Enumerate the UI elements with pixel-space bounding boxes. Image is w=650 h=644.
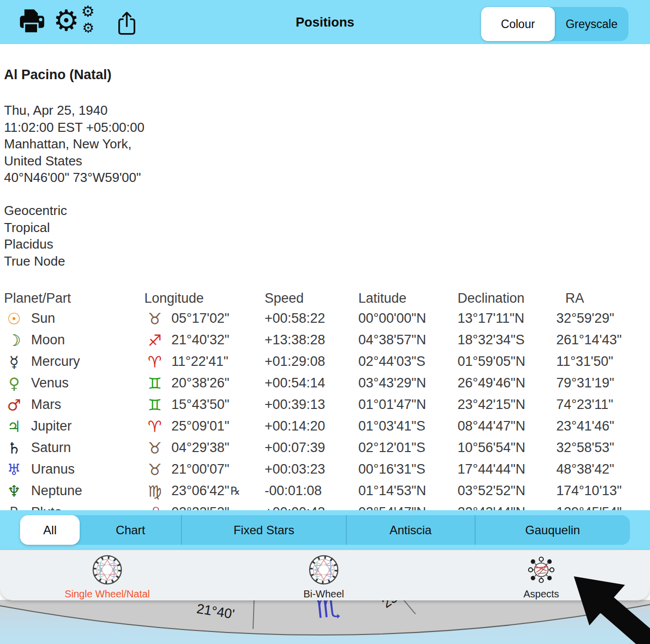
declination-value: 03°52'52"N bbox=[458, 483, 556, 499]
nav-single-wheel-natal[interactable]: Single Wheel/Natal bbox=[42, 554, 172, 600]
speed-value: -00:01:08 bbox=[265, 483, 358, 499]
setting-centricity: Geocentric bbox=[4, 202, 67, 220]
ra-value: 11°31'50" bbox=[556, 354, 650, 369]
colour-option[interactable]: Colour bbox=[481, 7, 555, 41]
planet-glyph-icon: ☽ bbox=[4, 331, 24, 349]
calculation-settings: Geocentric Tropical Placidus True Node bbox=[4, 202, 67, 270]
chart-title: Al Pacino (Natal) bbox=[4, 67, 112, 83]
table-header-row: Planet/Part Longitude Speed Latitude Dec… bbox=[0, 289, 650, 308]
planet-glyph-icon: ♂ bbox=[4, 396, 24, 414]
latitude-value: 00°16'31"S bbox=[358, 462, 458, 477]
speed-value: +00:54:14 bbox=[265, 375, 358, 391]
scorpio-sign-icon: ♏ bbox=[314, 600, 341, 624]
speed-value: +00:58:22 bbox=[265, 311, 358, 326]
planet-name: Moon bbox=[31, 332, 65, 348]
greyscale-option[interactable]: Greyscale bbox=[555, 7, 628, 41]
birth-city: Manhattan, New York, bbox=[4, 136, 144, 153]
planet-glyph-icon: ♄ bbox=[4, 439, 24, 457]
ra-value: 48°38'42" bbox=[556, 462, 650, 477]
col-header-latitude: Latitude bbox=[358, 291, 458, 306]
retrograde-icon: ℞ bbox=[231, 485, 241, 497]
table-row: ♆ Neptune ♍ 23°06'42" ℞ -00:01:08 01°14'… bbox=[0, 480, 650, 502]
latitude-value: 04°38'57"N bbox=[358, 332, 458, 348]
ra-value: 32°59'29" bbox=[556, 311, 650, 326]
col-header-longitude: Longitude bbox=[144, 291, 265, 306]
zodiac-sign-icon: ♉ bbox=[144, 310, 165, 328]
positions-table: Planet/Part Longitude Speed Latitude Dec… bbox=[0, 289, 650, 523]
planet-name: Venus bbox=[31, 375, 69, 391]
planet-name: Sun bbox=[31, 311, 55, 326]
longitude-value: 04°29'38" bbox=[171, 440, 230, 456]
zodiac-sign-icon: ♊ bbox=[144, 396, 165, 414]
declination-value: 10°56'54"N bbox=[458, 440, 556, 456]
table-row: ☉ Sun ♉ 05°17'02" +00:58:22 00°00'00"N 1… bbox=[0, 308, 650, 329]
aspects-web-icon bbox=[526, 554, 557, 585]
birth-data-block: Thu, Apr 25, 1940 11:02:00 EST +05:00:00… bbox=[4, 102, 144, 186]
planet-glyph-icon: ♆ bbox=[4, 482, 24, 500]
tab-fixed-stars[interactable]: Fixed Stars bbox=[181, 515, 345, 545]
planet-glyph-icon: ♅ bbox=[4, 461, 24, 479]
speed-value: +00:39:13 bbox=[265, 397, 358, 412]
speed-value: +13:38:28 bbox=[265, 332, 358, 348]
declination-value: 18°32'34"S bbox=[458, 332, 556, 348]
zodiac-sign-icon: ♈ bbox=[144, 353, 165, 371]
planet-glyph-icon: ♀ bbox=[4, 374, 24, 392]
table-row: ♂ Mars ♊ 15°43'50" +00:39:13 01°01'47"N … bbox=[0, 394, 650, 415]
longitude-value: 15°43'50" bbox=[171, 397, 230, 412]
speed-value: +00:14:20 bbox=[265, 418, 358, 434]
longitude-value: 20°38'26" bbox=[171, 375, 230, 391]
latitude-value: 02°12'01"S bbox=[358, 440, 458, 456]
planet-name: Neptune bbox=[31, 483, 82, 499]
tab-all[interactable]: All bbox=[20, 515, 80, 545]
zodiac-sign-icon: ♐ bbox=[144, 331, 165, 349]
zodiac-sign-icon: ♈ bbox=[144, 417, 165, 436]
ra-value: 261°14'43" bbox=[556, 332, 650, 348]
declination-value: 23°42'15"N bbox=[458, 397, 556, 412]
zodiac-sign-icon: ♉ bbox=[144, 461, 165, 479]
nav-aspects[interactable]: Aspects bbox=[476, 554, 606, 600]
table-row: ☿ Mercury ♈ 11°22'41" +01:29:08 02°44'03… bbox=[0, 351, 650, 372]
table-row: ♅ Uranus ♉ 21°00'07" +00:03:23 00°16'31"… bbox=[0, 459, 650, 480]
longitude-value: 11°22'41" bbox=[171, 354, 229, 369]
planet-name: Saturn bbox=[31, 440, 71, 456]
speed-value: +00:03:23 bbox=[265, 462, 358, 477]
declination-value: 13°17'11"N bbox=[458, 311, 556, 326]
planet-glyph-icon: ☿ bbox=[4, 353, 24, 371]
ra-value: 174°10'13" bbox=[556, 483, 650, 499]
birth-time: 11:02:00 EST +05:00:00 bbox=[4, 119, 144, 136]
tab-gauquelin[interactable]: Gauquelin bbox=[475, 515, 630, 545]
latitude-value: 01°01'47"N bbox=[358, 397, 458, 412]
nav-label: Single Wheel/Natal bbox=[42, 588, 172, 600]
zodiac-sign-icon: ♍ bbox=[144, 482, 165, 500]
table-row: ♄ Saturn ♉ 04°29'38" +00:07:39 02°12'01"… bbox=[0, 437, 650, 459]
wheel-chart-icon bbox=[92, 554, 123, 585]
latitude-value: 00°00'00"N bbox=[358, 311, 458, 326]
bottom-toolbar: Single Wheel/Natal Bi-Wheel bbox=[0, 550, 650, 600]
positions-table-body: ☉ Sun ♉ 05°17'02" +00:58:22 00°00'00"N 1… bbox=[0, 308, 650, 523]
tab-antiscia[interactable]: Antiscia bbox=[346, 515, 475, 545]
declination-value: 26°49'46"N bbox=[458, 375, 556, 391]
zodiac-sign-icon: ♊ bbox=[144, 374, 165, 392]
ra-value: 23°41'46" bbox=[556, 418, 650, 434]
setting-house-system: Placidus bbox=[4, 236, 67, 253]
nav-label: Aspects bbox=[476, 588, 606, 600]
planet-glyph-icon: ♃ bbox=[4, 417, 24, 436]
ra-value: 79°31'19" bbox=[556, 375, 650, 391]
birth-date: Thu, Apr 25, 1940 bbox=[4, 102, 144, 119]
table-row: ♃ Jupiter ♈ 25°09'01" +00:14:20 01°03'41… bbox=[0, 415, 650, 437]
col-header-declination: Declination bbox=[458, 291, 556, 306]
longitude-value: 21°00'07" bbox=[171, 462, 230, 477]
planet-name: Jupiter bbox=[31, 418, 72, 434]
planet-name: Mars bbox=[31, 397, 61, 412]
setting-zodiac: Tropical bbox=[4, 220, 67, 237]
col-header-speed: Speed bbox=[265, 291, 358, 306]
table-row: ♀ Venus ♊ 20°38'26" +00:54:14 03°43'29"N… bbox=[0, 372, 650, 394]
speed-value: +01:29:08 bbox=[265, 354, 358, 369]
longitude-value: 25°09'01" bbox=[171, 418, 230, 434]
zodiac-sign-icon: ♉ bbox=[144, 439, 165, 457]
ra-value: 74°23'11" bbox=[556, 397, 650, 412]
colour-mode-toggle: Colour Greyscale bbox=[481, 7, 628, 41]
nav-bi-wheel[interactable]: Bi-Wheel bbox=[259, 554, 389, 600]
tab-chart[interactable]: Chart bbox=[80, 515, 181, 545]
planet-name: Mercury bbox=[31, 354, 80, 369]
